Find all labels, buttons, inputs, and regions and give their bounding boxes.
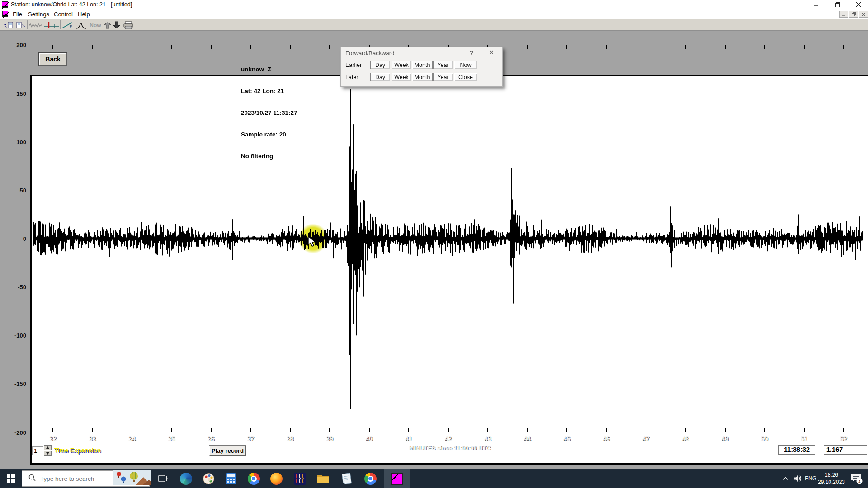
- down-arrow-icon[interactable]: [112, 20, 121, 30]
- earlier-year-button[interactable]: Year: [433, 61, 453, 69]
- menu-control[interactable]: Control: [52, 10, 75, 18]
- chrome2-icon[interactable]: [360, 469, 381, 488]
- x-axis-tick-label: 42: [445, 435, 452, 442]
- x-axis-tick-label: 48: [682, 435, 689, 442]
- phase-p-icon[interactable]: P: [61, 20, 74, 30]
- menu-file[interactable]: File: [11, 10, 24, 18]
- cursor-value-readout: 1.167: [824, 445, 867, 455]
- y-axis-tick-label: 100: [6, 138, 26, 145]
- x-axis-tick-label: 38: [287, 435, 294, 442]
- y-axis-tick-label: -100: [6, 332, 26, 339]
- forward-backward-dialog: Forward/Backward ? × Earlier Day Week Mo…: [340, 47, 503, 87]
- earlier-now-button[interactable]: Now: [454, 61, 477, 69]
- open-right-icon[interactable]: [15, 20, 26, 30]
- x-axis-title: MINUTES since 11:00:00 UTC: [400, 445, 500, 451]
- y-axis-tick-label: 50: [6, 187, 26, 193]
- earlier-month-button[interactable]: Month: [412, 61, 433, 69]
- taskbar-search[interactable]: [22, 470, 150, 487]
- svg-text:4: 4: [858, 479, 860, 484]
- x-axis-tick-label: 41: [405, 435, 412, 442]
- spinner-up-icon[interactable]: [44, 445, 52, 450]
- mdi-minimize-icon[interactable]: [839, 11, 848, 18]
- x-axis-tick-label: 51: [801, 435, 808, 442]
- later-year-button[interactable]: Year: [433, 73, 453, 81]
- later-week-button[interactable]: Week: [392, 73, 411, 81]
- menu-settings[interactable]: Settings: [26, 10, 51, 18]
- mdi-child-icon: [2, 11, 8, 17]
- bing-daily-image[interactable]: [113, 470, 151, 487]
- earlier-day-button[interactable]: Day: [370, 61, 390, 69]
- seisgram-app-icon: [2, 1, 8, 8]
- minimize-icon[interactable]: [809, 1, 823, 8]
- dialog-help-icon[interactable]: ?: [467, 49, 476, 56]
- x-axis-tick-label: 49: [722, 435, 729, 442]
- tray-time: 18:26: [817, 471, 845, 479]
- start-button[interactable]: [0, 469, 22, 488]
- notepad-icon[interactable]: [336, 469, 357, 488]
- file-explorer-icon[interactable]: [313, 469, 334, 488]
- waveform-icon[interactable]: [28, 20, 43, 30]
- tray-clock[interactable]: 18:26 29.10.2023: [817, 471, 845, 486]
- x-axis-tick-label: 44: [524, 435, 531, 442]
- chrome-icon[interactable]: [243, 469, 264, 488]
- now-button[interactable]: Now: [90, 20, 101, 30]
- mdi-restore-icon[interactable]: [849, 11, 858, 18]
- wave-viewer-icon[interactable]: [289, 469, 310, 488]
- y-axis-tick-label: -150: [6, 380, 26, 387]
- station-samplerate: Sample rate: 20: [241, 131, 297, 138]
- x-axis-tick-label: 52: [840, 435, 847, 442]
- restore-icon[interactable]: [831, 1, 844, 8]
- edge-icon[interactable]: [175, 469, 196, 488]
- title-bar: Station: unknow/Ohrid Lat: 42 Lon: 21 - …: [0, 0, 868, 9]
- seismogram-canvas[interactable]: [32, 45, 868, 432]
- task-view-icon[interactable]: [153, 469, 174, 488]
- earlier-label: Earlier: [345, 62, 362, 68]
- later-label: Later: [345, 74, 359, 80]
- up-arrow-icon[interactable]: [103, 20, 112, 30]
- y-axis-tick-label: -50: [6, 284, 26, 291]
- pick-icon[interactable]: [44, 20, 59, 30]
- tray-date: 29.10.2023: [817, 479, 845, 486]
- time-expansion-label: Time Expansion: [54, 447, 101, 454]
- mdi-close-icon[interactable]: [859, 11, 868, 18]
- later-close-button[interactable]: Close: [454, 73, 477, 81]
- later-day-button[interactable]: Day: [370, 73, 390, 81]
- print-icon[interactable]: [123, 20, 134, 30]
- search-icon: [28, 474, 36, 483]
- time-expansion-input[interactable]: [32, 446, 43, 455]
- paint-icon[interactable]: [198, 469, 219, 488]
- svg-text:P: P: [70, 24, 72, 28]
- later-month-button[interactable]: Month: [412, 73, 433, 81]
- x-axis-tick-label: 40: [366, 435, 373, 442]
- mouse-cursor-icon: [307, 236, 317, 249]
- gauss-filter-icon[interactable]: [75, 20, 87, 30]
- toolbar: P Now: [0, 19, 868, 31]
- x-axis-tick-label: 33: [89, 435, 96, 442]
- earlier-week-button[interactable]: Week: [392, 61, 411, 69]
- menu-bar: File Settings Control Help: [0, 9, 868, 19]
- notification-icon[interactable]: 4: [847, 469, 865, 488]
- x-axis-tick-label: 46: [603, 435, 610, 442]
- close-icon[interactable]: [852, 1, 865, 8]
- x-axis-tick-label: 32: [49, 435, 57, 442]
- spinner-down-icon[interactable]: [44, 451, 52, 456]
- dialog-close-icon[interactable]: ×: [487, 48, 495, 57]
- search-input[interactable]: [40, 475, 113, 482]
- x-axis-tick-label: 43: [484, 435, 491, 442]
- taskbar: ENG 18:26 29.10.2023 4: [0, 469, 868, 488]
- seisgram-icon-active[interactable]: [384, 469, 410, 488]
- menu-help[interactable]: Help: [76, 10, 92, 18]
- language-indicator[interactable]: ENG: [803, 469, 818, 488]
- play-record-button[interactable]: Play record: [209, 446, 246, 456]
- calculator-icon[interactable]: [221, 469, 241, 488]
- back-button[interactable]: Back: [39, 53, 67, 66]
- station-datetime: 2023/10/27 11:31:27: [241, 109, 297, 117]
- station-filtering: No filtering: [241, 153, 297, 160]
- x-axis-tick-label: 35: [168, 435, 175, 442]
- firefox-icon[interactable]: [266, 469, 287, 488]
- window-title: Station: unknow/Ohrid Lat: 42 Lon: 21 - …: [11, 1, 132, 8]
- cursor-time-readout: 11:38:32: [778, 445, 815, 455]
- x-axis-tick-label: 39: [326, 435, 333, 442]
- x-axis-tick-label: 37: [247, 435, 254, 442]
- open-left-icon[interactable]: [4, 20, 14, 30]
